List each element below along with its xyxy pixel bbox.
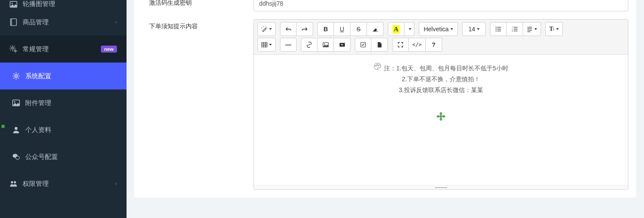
svg-point-24 — [377, 64, 378, 65]
chevron-left-icon: ‹ — [115, 181, 117, 187]
magic-button[interactable] — [257, 22, 276, 36]
editor-toolbar: B U S A — [254, 20, 628, 55]
svg-point-12 — [496, 26, 497, 27]
editor-line-3: 3.投诉反馈联系店长微信：某某 — [264, 85, 617, 96]
fullscreen-button[interactable] — [392, 38, 409, 52]
svg-point-6 — [14, 101, 15, 102]
editor-resize-handle[interactable] — [254, 185, 628, 189]
sidebar-label: 附件管理 — [25, 99, 51, 107]
svg-point-3 — [15, 50, 16, 52]
wechat-icon — [12, 153, 20, 161]
redo-button[interactable] — [297, 22, 313, 36]
sidebar-label: 权限管理 — [23, 180, 49, 188]
svg-point-4 — [15, 75, 17, 77]
move-handle-icon[interactable] — [436, 111, 446, 124]
sidebar-item-permissions[interactable]: 权限管理 ‹ — [0, 170, 127, 197]
attachment-button[interactable] — [355, 38, 371, 52]
sidebar-item-general[interactable]: 常规管理 new — [0, 36, 127, 63]
svg-point-23 — [376, 66, 377, 66]
rich-text-editor: B U S A — [254, 19, 628, 190]
strikethrough-button[interactable]: S — [350, 22, 367, 36]
field-label-key: 激活码生成密钥 — [142, 0, 254, 11]
book-icon — [10, 18, 17, 26]
sidebar-label: 个人资料 — [25, 126, 51, 134]
code-view-button[interactable]: </> — [409, 38, 426, 52]
field-label-notice: 下单须知提示内容 — [142, 19, 254, 190]
sidebar-item-products[interactable]: 商品管理 ‹ — [0, 9, 127, 36]
unordered-list-button[interactable] — [490, 22, 507, 36]
video-button[interactable] — [334, 38, 350, 52]
file-button[interactable] — [371, 38, 388, 52]
svg-point-20 — [324, 43, 325, 44]
form-row-notice: 下单须知提示内容 — [134, 19, 636, 198]
form-row-key: 激活码生成密钥 — [134, 0, 636, 19]
sidebar-item-profile[interactable]: 个人资料 — [0, 116, 127, 143]
svg-point-9 — [16, 156, 20, 159]
paragraph-button[interactable] — [523, 22, 541, 36]
editor-line-2: 2.下单不退不换，介意慎拍！ — [264, 74, 617, 85]
user-icon — [12, 126, 20, 134]
svg-point-1 — [11, 3, 13, 4]
svg-point-7 — [15, 127, 18, 130]
sidebar-label: 公众号配置 — [25, 153, 58, 161]
ordered-list-button[interactable]: 123 — [507, 22, 523, 36]
sidebar-label: 商品管理 — [23, 18, 49, 26]
main-content: 激活码生成密钥 下单须知提示内容 — [127, 0, 644, 218]
bold-button[interactable]: B — [317, 22, 334, 36]
svg-point-13 — [496, 29, 497, 30]
help-button[interactable]: ? — [426, 38, 442, 52]
svg-point-11 — [14, 181, 16, 183]
sidebar-label: 常规管理 — [23, 45, 49, 53]
sidebar-label: 系统配置 — [25, 72, 51, 80]
font-size-select[interactable]: 14 — [462, 22, 486, 36]
cogs-icon — [10, 45, 17, 53]
editor-content-area[interactable]: 注：1.包天、包周、包月每日时长不低于5小时 2.下单不退不换，介意慎拍！ 3.… — [254, 55, 628, 185]
font-family-select[interactable]: Helvetica — [419, 22, 458, 36]
sidebar: 轮播图管理 商品管理 ‹ 常规管理 new 系统配置 附 — [0, 0, 127, 218]
chevron-left-icon: ‹ — [115, 19, 117, 25]
svg-point-14 — [496, 30, 497, 31]
image-icon — [10, 0, 17, 8]
svg-text:3: 3 — [512, 30, 513, 32]
sidebar-item-system-config[interactable]: 系统配置 — [0, 63, 127, 89]
sidebar-label: 轮播图管理 — [23, 0, 55, 8]
svg-point-10 — [11, 181, 13, 183]
sidebar-item-wechat[interactable]: 公众号配置 — [0, 143, 127, 170]
hr-button[interactable]: — — [280, 38, 297, 52]
new-badge: new — [101, 46, 117, 53]
form-panel: 激活码生成密钥 下单须知提示内容 — [134, 0, 636, 198]
svg-point-2 — [12, 47, 14, 50]
picture-icon — [12, 99, 20, 107]
palette-icon — [374, 63, 381, 74]
activation-key-input[interactable] — [254, 0, 628, 11]
font-color-button[interactable]: A — [388, 22, 404, 36]
undo-button[interactable] — [280, 22, 297, 36]
line-height-button[interactable]: TI — [545, 22, 563, 36]
underline-button[interactable]: U — [334, 22, 350, 36]
editor-line-1: 注：1.包天、包周、包月每日时长不低于5小时 — [384, 63, 508, 74]
sidebar-item-carousel[interactable]: 轮播图管理 — [0, 0, 127, 9]
svg-point-25 — [378, 65, 379, 66]
table-button[interactable] — [257, 38, 276, 52]
users-icon — [10, 180, 17, 188]
cog-icon — [12, 72, 20, 80]
picture-button[interactable] — [317, 38, 334, 52]
svg-rect-18 — [262, 43, 267, 47]
sidebar-item-attachment[interactable]: 附件管理 — [0, 89, 127, 116]
eraser-button[interactable] — [367, 22, 384, 36]
link-button[interactable] — [301, 38, 317, 52]
sidebar-item-orders[interactable]: 订单管理 ‹ — [0, 197, 127, 207]
font-color-dropdown[interactable] — [404, 22, 414, 36]
